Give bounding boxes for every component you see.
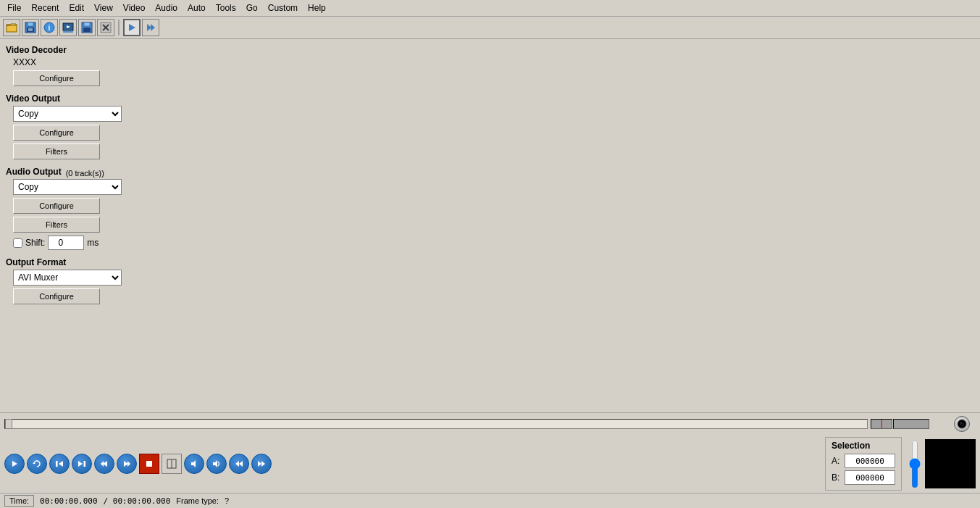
menu-go[interactable]: Go bbox=[242, 1, 262, 14]
svg-marker-24 bbox=[59, 461, 63, 467]
audio-output-section: Audio Output (0 track(s)) Copy Encode Co… bbox=[6, 167, 974, 250]
vertical-slider[interactable] bbox=[908, 439, 921, 488]
output-format-configure-btn[interactable]: Configure bbox=[13, 288, 100, 304]
toolbar-save2-btn[interactable] bbox=[78, 19, 96, 36]
toolbar-save-btn[interactable] bbox=[22, 19, 39, 36]
vol-down-btn[interactable] bbox=[184, 454, 204, 474]
svg-marker-36 bbox=[213, 460, 217, 467]
svg-marker-31 bbox=[127, 461, 130, 467]
output-format-dropdown[interactable]: AVI Muxer MKV Muxer MP4 Muxer bbox=[13, 270, 122, 286]
menu-custom[interactable]: Custom bbox=[264, 1, 302, 14]
selection-a-row: A: bbox=[832, 454, 895, 468]
volume-control bbox=[871, 419, 929, 429]
menu-audio[interactable]: Audio bbox=[151, 1, 182, 14]
menu-auto[interactable]: Auto bbox=[183, 1, 210, 14]
bottom-area: ↻ bbox=[0, 412, 980, 508]
toolbar-videoprev-btn[interactable] bbox=[59, 19, 77, 36]
selection-b-label: B: bbox=[832, 472, 842, 483]
video-decoder-label: Video Decoder bbox=[6, 45, 974, 55]
output-format-dropdown-row: AVI Muxer MKV Muxer MP4 Muxer bbox=[13, 270, 974, 286]
menu-file[interactable]: File bbox=[3, 1, 25, 14]
svg-rect-12 bbox=[84, 22, 90, 26]
output-format-label: Output Format bbox=[6, 257, 974, 267]
video-decoder-configure-btn[interactable]: Configure bbox=[13, 70, 100, 86]
svg-marker-26 bbox=[78, 461, 83, 467]
record-btn[interactable] bbox=[139, 454, 159, 474]
audio-output-dropdown[interactable]: Copy Encode bbox=[13, 179, 122, 195]
prev-keyframe-btn[interactable] bbox=[229, 454, 249, 474]
rewind-transport-btn[interactable] bbox=[49, 454, 70, 474]
video-output-filters-btn[interactable]: Filters bbox=[13, 143, 100, 159]
toolbar-forward-btn[interactable] bbox=[142, 19, 159, 36]
svg-rect-13 bbox=[83, 28, 91, 32]
shift-row: Shift: ms bbox=[13, 236, 974, 250]
svg-rect-32 bbox=[146, 461, 152, 467]
menu-view[interactable]: View bbox=[90, 1, 117, 14]
video-output-configure-btn[interactable]: Configure bbox=[13, 125, 100, 141]
shift-unit: ms bbox=[87, 238, 99, 248]
next-keyframe-btn[interactable] bbox=[251, 454, 272, 474]
svg-marker-22 bbox=[12, 461, 17, 467]
svg-marker-38 bbox=[235, 461, 239, 467]
selection-a-input[interactable] bbox=[845, 454, 895, 468]
toolbar-info-btn[interactable]: i bbox=[41, 19, 58, 36]
selection-panel: Selection A: B: bbox=[825, 437, 902, 491]
menu-help[interactable]: Help bbox=[303, 1, 330, 14]
audio-output-dropdown-row: Copy Encode bbox=[13, 179, 974, 195]
svg-rect-10 bbox=[63, 31, 73, 33]
menu-video[interactable]: Video bbox=[119, 1, 149, 14]
svg-marker-19 bbox=[151, 24, 155, 31]
audio-output-label: Audio Output bbox=[6, 167, 62, 177]
audio-tracks-info: (0 track(s)) bbox=[66, 169, 104, 178]
audio-output-filters-btn[interactable]: Filters bbox=[13, 217, 100, 233]
svg-marker-37 bbox=[239, 461, 243, 467]
main-content: Video Decoder XXXX Configure Video Outpu… bbox=[0, 39, 980, 412]
audio-output-configure-btn[interactable]: Configure bbox=[13, 198, 100, 214]
menu-edit[interactable]: Edit bbox=[64, 1, 88, 14]
svg-marker-17 bbox=[129, 24, 135, 31]
svg-rect-3 bbox=[28, 22, 33, 26]
svg-marker-29 bbox=[101, 461, 104, 467]
play-transport-btn[interactable] bbox=[4, 454, 25, 474]
svg-rect-5 bbox=[28, 28, 33, 31]
time-label-btn[interactable]: Time: bbox=[4, 495, 34, 507]
status-bar: Time: 00:00:00.000 / 00:00:00.000 Frame … bbox=[0, 493, 980, 508]
video-output-section: Video Output Copy Encode Configure Filte… bbox=[6, 93, 974, 159]
output-format-section: Output Format AVI Muxer MKV Muxer MP4 Mu… bbox=[6, 257, 974, 304]
toolbar-play-btn[interactable] bbox=[123, 19, 141, 36]
toolbar: i bbox=[0, 17, 980, 39]
shift-label: Shift: bbox=[25, 238, 45, 248]
menu-recent[interactable]: Recent bbox=[27, 1, 63, 14]
selection-b-row: B: bbox=[832, 470, 895, 485]
transport-row: Selection A: B: bbox=[0, 435, 980, 493]
edit-btn[interactable] bbox=[162, 454, 182, 474]
svg-marker-39 bbox=[258, 461, 261, 467]
toolbar-open-btn[interactable] bbox=[3, 19, 20, 36]
volume-circular-btn[interactable]: ↻ bbox=[954, 416, 970, 432]
timeline-row: ↻ bbox=[0, 413, 980, 435]
selection-b-input[interactable] bbox=[845, 470, 895, 485]
video-decoder-section: Video Decoder XXXX Configure bbox=[6, 45, 974, 86]
frame-type-label: Frame type: bbox=[176, 496, 219, 505]
next-frame-transport-btn[interactable] bbox=[117, 454, 137, 474]
toolbar-close-btn[interactable] bbox=[97, 19, 114, 36]
vertical-slider-area bbox=[908, 439, 921, 488]
time-value: 00:00:00.000 bbox=[40, 496, 97, 506]
timeline-slider[interactable] bbox=[4, 419, 868, 429]
frame-type-value: ? bbox=[225, 496, 229, 505]
loop-transport-btn[interactable] bbox=[27, 454, 47, 474]
menu-tools[interactable]: Tools bbox=[212, 1, 240, 14]
svg-marker-35 bbox=[191, 460, 196, 467]
menu-bar: File Recent Edit View Video Audio Auto T… bbox=[0, 0, 980, 17]
video-output-label: Video Output bbox=[6, 93, 974, 104]
selection-a-label: A: bbox=[832, 456, 842, 466]
toolbar-separator bbox=[118, 20, 120, 36]
svg-text:i: i bbox=[49, 24, 51, 32]
shift-checkbox[interactable] bbox=[13, 238, 22, 248]
video-output-dropdown[interactable]: Copy Encode bbox=[13, 106, 122, 122]
prev-frame-transport-btn[interactable] bbox=[94, 454, 114, 474]
svg-rect-27 bbox=[84, 461, 86, 467]
vol-up-btn[interactable] bbox=[206, 454, 227, 474]
forward-transport-btn[interactable] bbox=[72, 454, 92, 474]
shift-input[interactable] bbox=[48, 236, 84, 250]
